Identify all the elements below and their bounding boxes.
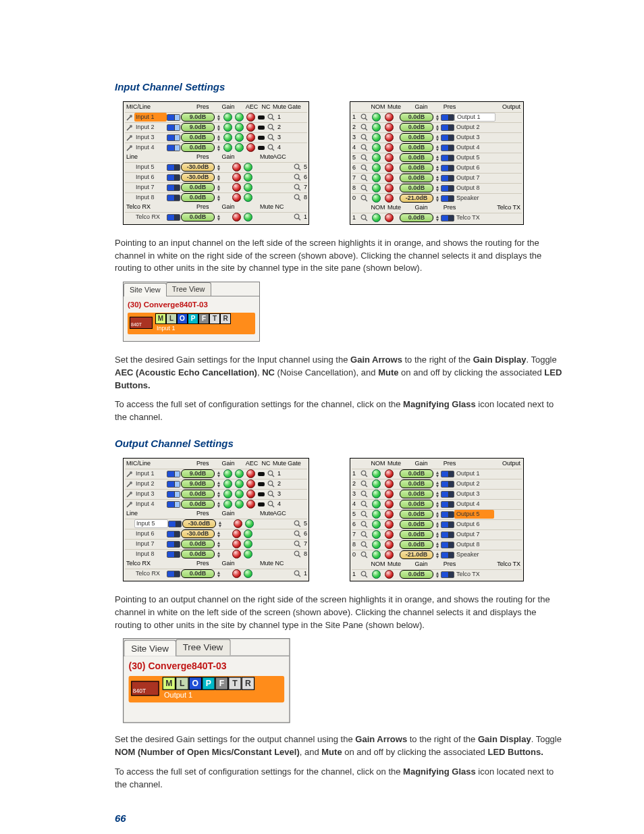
output-row[interactable]: 5 0.0dB ▲▼ Output 5 (352, 509, 522, 519)
input-row[interactable]: Input 8 0.0dB ▲▼ 8 (125, 549, 307, 559)
preset-toggle[interactable] (167, 114, 180, 121)
input-row[interactable]: Input 2 9.0dB ▲▼ 2 (125, 479, 307, 489)
badge-P[interactable]: P (202, 677, 215, 690)
output-row[interactable]: 1 0.0dB ▲▼ Telco TX (352, 213, 522, 223)
preset-toggle[interactable] (441, 114, 454, 121)
preset-toggle[interactable] (441, 175, 454, 182)
tab-tree-view[interactable]: Tree View (176, 640, 231, 656)
gain-arrows-icon[interactable]: ▲▼ (434, 552, 441, 558)
mute-led[interactable] (383, 469, 395, 478)
gain-arrows-icon[interactable]: ▲▼ (215, 531, 222, 538)
nc-led[interactable] (234, 123, 245, 132)
magnify-icon[interactable] (359, 174, 369, 182)
gain-arrows-icon[interactable]: ▲▼ (215, 124, 222, 131)
gain-arrows-icon[interactable]: ▲▼ (434, 175, 441, 182)
aec-led[interactable] (222, 143, 234, 152)
magnify-icon[interactable] (359, 531, 369, 538)
output-label[interactable]: Output 1 (454, 113, 495, 122)
output-label[interactable]: Output 3 (454, 490, 494, 498)
nom-led[interactable] (369, 510, 383, 519)
output-row[interactable]: 1 0.0dB ▲▼ Output 1 (352, 112, 522, 122)
output-label[interactable]: Output 2 (454, 479, 494, 488)
output-row[interactable]: 2 0.0dB ▲▼ Output 2 (352, 122, 522, 132)
badge-M[interactable]: M (155, 313, 166, 324)
gain-arrows-icon[interactable]: ▲▼ (434, 511, 441, 518)
output-label[interactable]: Speaker (454, 194, 494, 203)
nom-led[interactable] (369, 469, 383, 478)
mute-led[interactable] (245, 479, 257, 488)
magnify-icon[interactable] (266, 134, 275, 141)
gain-arrows-icon[interactable]: ▲▼ (215, 145, 222, 151)
channel-label[interactable]: Input 3 (134, 490, 167, 498)
channel-label[interactable]: Input 2 (134, 123, 167, 132)
gain-arrows-icon[interactable]: ▲▼ (215, 184, 222, 191)
gain-arrows-icon[interactable]: ▲▼ (215, 194, 222, 201)
mute-led[interactable] (383, 520, 395, 529)
output-label[interactable]: Telco TX (454, 570, 494, 579)
mute-led[interactable] (231, 163, 242, 172)
badge-F[interactable]: F (215, 677, 229, 690)
aec-led[interactable] (222, 500, 234, 509)
preset-toggle[interactable] (167, 551, 180, 558)
input-row[interactable]: Input 3 0.0dB ▲▼ 3 (125, 132, 307, 142)
gain-arrows-icon[interactable]: ▲▼ (215, 571, 222, 577)
mute-led[interactable] (383, 550, 395, 559)
nom-led[interactable] (369, 113, 383, 122)
preset-toggle[interactable] (441, 215, 454, 221)
magnify-icon[interactable] (359, 480, 369, 488)
output-label[interactable]: Telco TX (454, 213, 494, 222)
magnify-icon[interactable] (266, 124, 275, 131)
mute-led[interactable] (383, 174, 395, 182)
output-row[interactable]: 8 0.0dB ▲▼ Output 8 (352, 183, 522, 193)
nc-led[interactable] (234, 113, 245, 122)
input-row[interactable]: Input 1 9.0dB ▲▼ 1 (125, 469, 307, 479)
mute-led[interactable] (245, 500, 257, 509)
output-row[interactable]: 3 0.0dB ▲▼ Output 3 (352, 132, 522, 142)
magnify-icon[interactable] (359, 571, 369, 578)
preset-toggle[interactable] (167, 531, 180, 538)
tab-site-view[interactable]: Site View (124, 640, 176, 656)
mute-led[interactable] (383, 163, 395, 172)
gain-arrows-icon[interactable]: ▲▼ (434, 531, 441, 538)
badge-R[interactable]: R (242, 677, 255, 690)
badge-F[interactable]: F (198, 313, 209, 324)
magnify-icon[interactable] (292, 520, 302, 527)
channel-label[interactable]: Input 4 (134, 500, 167, 509)
output-label[interactable]: Speaker (454, 550, 494, 559)
nom-led[interactable] (369, 123, 383, 132)
preset-toggle[interactable] (168, 521, 182, 527)
aec-led[interactable] (222, 469, 234, 478)
preset-toggle[interactable] (441, 511, 454, 518)
magnify-icon[interactable] (292, 530, 302, 538)
magnify-icon[interactable] (359, 521, 369, 528)
mute-led[interactable] (245, 143, 257, 152)
mute-led[interactable] (231, 529, 242, 538)
magnify-icon[interactable] (359, 490, 369, 498)
mute-led[interactable] (231, 550, 242, 558)
magnify-icon[interactable] (359, 551, 369, 558)
nc-led[interactable] (234, 490, 245, 498)
agc-led[interactable] (242, 183, 254, 192)
preset-toggle[interactable] (441, 531, 454, 538)
channel-type-badges[interactable]: M L O P F T R (155, 313, 231, 324)
mute-led[interactable] (232, 519, 244, 528)
output-label[interactable]: Output 4 (454, 500, 494, 509)
magnify-icon[interactable] (266, 500, 275, 508)
input-row[interactable]: Input 7 0.0dB ▲▼ 7 (125, 539, 307, 549)
preset-toggle[interactable] (167, 145, 180, 151)
nom-led[interactable] (369, 520, 383, 529)
agc-led[interactable] (242, 540, 254, 548)
preset-toggle[interactable] (441, 145, 454, 151)
magnify-icon[interactable] (292, 163, 302, 171)
mute-led[interactable] (383, 184, 395, 192)
tab-site-view[interactable]: Site View (124, 283, 167, 296)
telco-rx-row[interactable]: Telco RX 0.0dB ▲▼ 1 (125, 569, 307, 579)
output-row[interactable]: 6 0.0dB ▲▼ Output 6 (352, 163, 522, 173)
agc-led[interactable] (242, 529, 254, 538)
mute-led[interactable] (245, 113, 257, 122)
preset-toggle[interactable] (441, 185, 454, 192)
magnify-icon[interactable] (359, 134, 369, 141)
aec-led[interactable] (222, 479, 234, 488)
magnify-icon[interactable] (266, 144, 275, 151)
output-label[interactable]: Output 6 (454, 163, 494, 172)
